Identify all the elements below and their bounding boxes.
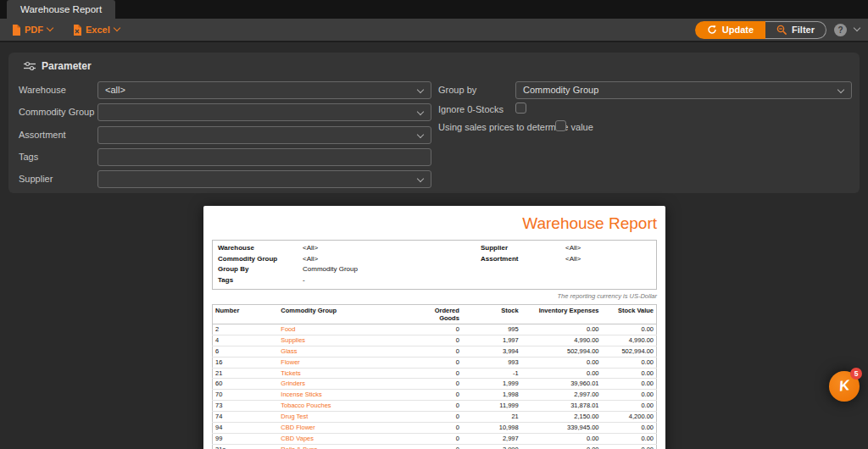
commodity-group-link[interactable]: CBD Vapes — [278, 433, 414, 444]
report-table-row: 70Incense Sticks01,9982,997.000.00 — [213, 390, 657, 401]
support-chat-fab[interactable]: K 5 — [829, 371, 860, 402]
tab-bar: Warehouse Report — [0, 0, 868, 19]
commodity-group-link[interactable]: Food — [278, 324, 414, 335]
report-cell: 1,999 — [462, 379, 521, 390]
sliders-icon — [24, 61, 36, 71]
tab-warehouse-report[interactable]: Warehouse Report — [7, 0, 115, 19]
chevron-down-icon — [417, 86, 424, 93]
commodity-group-select[interactable] — [97, 103, 431, 121]
update-button-label: Update — [722, 25, 754, 35]
assortment-label: Assortment — [19, 130, 66, 140]
report-cell: 2,997.00 — [521, 390, 602, 401]
warehouse-select[interactable]: <all> — [97, 81, 431, 99]
column-header-inventory-expenses: Inventory Expenses — [521, 304, 602, 324]
chevron-down-icon — [837, 86, 844, 93]
chevron-down-icon — [417, 108, 424, 115]
commodity-group-link[interactable]: CBD Flower — [278, 423, 414, 434]
report-cell: 0 — [414, 346, 462, 357]
group-by-select-value: Commodity Group — [523, 85, 598, 95]
report-cell: 74 — [213, 412, 279, 423]
brand-logo-icon: K — [838, 377, 851, 396]
report-cell: 0.00 — [602, 444, 657, 449]
chevron-down-icon — [417, 175, 424, 182]
column-header-stock-value: Stock Value — [602, 304, 657, 324]
filter-magnifier-icon — [776, 25, 787, 36]
excel-export-button[interactable]: Excel — [73, 25, 120, 36]
sales-prices-checkbox[interactable] — [555, 120, 566, 131]
report-table-row: 16Flower09930.000.00 — [213, 357, 657, 368]
summary-value — [565, 264, 651, 275]
pdf-export-button[interactable]: PDF — [12, 25, 53, 36]
column-header-stock: Stock — [462, 304, 521, 324]
parameter-panel-header: Parameter — [24, 60, 92, 72]
report-cell: 1,998 — [462, 390, 521, 401]
report-table-row: 4Supplies01,9974,990.004,990.00 — [213, 335, 657, 346]
report-cell: 10,998 — [462, 423, 521, 434]
chevron-down-icon[interactable] — [854, 25, 860, 31]
toolbar: PDF Excel Update — [0, 19, 868, 42]
pdf-file-icon — [12, 25, 20, 36]
toolbar-right-group: Update Filter ? — [695, 21, 860, 39]
commodity-group-link[interactable]: Drug Test — [278, 412, 414, 423]
warehouse-select-value: <all> — [105, 85, 125, 95]
ignore-zero-stocks-checkbox[interactable] — [515, 103, 526, 114]
help-button[interactable]: ? — [834, 24, 847, 36]
commodity-group-link[interactable]: Tobacco Pouches — [278, 401, 414, 412]
report-cell: 0 — [414, 423, 462, 434]
report-cell: 0.00 — [602, 368, 657, 379]
report-cell: 31a — [213, 444, 279, 449]
report-cell: 0 — [414, 335, 462, 346]
report-cell: 0.00 — [521, 324, 602, 335]
report-cell: 339,945.00 — [521, 423, 602, 434]
filter-button[interactable]: Filter — [765, 21, 826, 39]
report-cell: 0.00 — [602, 401, 657, 412]
report-cell: 2 — [213, 324, 279, 335]
report-cell: 4 — [213, 335, 279, 346]
report-cell: 0.00 — [602, 390, 657, 401]
commodity-group-link[interactable]: Supplies — [278, 335, 414, 346]
report-table-row: 6Glass03,994502,994.00502,994.00 — [213, 346, 657, 357]
commodity-group-link[interactable]: Flower — [278, 357, 414, 368]
commodity-group-link[interactable]: Incense Sticks — [278, 390, 414, 401]
tags-label: Tags — [19, 152, 38, 162]
report-title: Warehouse Report — [212, 214, 657, 234]
report-cell: 0.00 — [521, 433, 602, 444]
report-cell: 0.00 — [602, 379, 657, 390]
report-table-row: 94CBD Flower010,998339,945.000.00 — [213, 423, 657, 434]
report-cell: 60 — [213, 379, 279, 390]
report-cell: 502,994.00 — [602, 346, 657, 357]
report-cell: 0.00 — [521, 444, 602, 449]
commodity-group-link[interactable]: Tickets — [278, 368, 414, 379]
assortment-select[interactable] — [97, 126, 431, 144]
summary-value — [565, 275, 651, 286]
summary-label: Group By — [218, 264, 303, 275]
chevron-down-icon — [114, 25, 120, 31]
report-summary-box: Warehouse<All>Supplier<All>Commodity Gro… — [212, 240, 657, 290]
sales-prices-label: Using sales prices to determine value — [438, 122, 593, 132]
report-cell: 2,150.00 — [521, 412, 602, 423]
report-cell: 0 — [414, 368, 462, 379]
report-cell: 502,994.00 — [521, 346, 602, 357]
report-table-row: 73Tobacco Pouches011,99931,878.010.00 — [213, 401, 657, 412]
summary-value: <All> — [303, 254, 481, 265]
supplier-select[interactable] — [97, 170, 431, 188]
summary-label — [481, 275, 565, 286]
report-cell: 0 — [414, 444, 462, 449]
report-cell: 0 — [414, 401, 462, 412]
report-cell: 99 — [213, 433, 279, 444]
help-icon: ? — [837, 25, 843, 35]
update-filter-group: Update Filter — [695, 21, 826, 39]
commodity-group-link[interactable]: Glass — [278, 346, 414, 357]
tab-label: Warehouse Report — [20, 4, 102, 14]
report-cell: 0 — [414, 433, 462, 444]
chevron-down-icon — [417, 131, 424, 138]
parameter-panel-title: Parameter — [42, 60, 92, 72]
parameter-panel: Parameter Warehouse Commodity Group Asso… — [8, 53, 860, 193]
commodity-group-link[interactable]: Grinders — [278, 379, 414, 390]
update-button[interactable]: Update — [695, 21, 765, 39]
filter-button-label: Filter — [792, 25, 815, 35]
tags-input[interactable] — [97, 148, 431, 166]
report-cell: 0 — [414, 357, 462, 368]
group-by-select[interactable]: Commodity Group — [515, 81, 852, 99]
commodity-group-link[interactable]: Rolls & Buns — [278, 444, 414, 449]
